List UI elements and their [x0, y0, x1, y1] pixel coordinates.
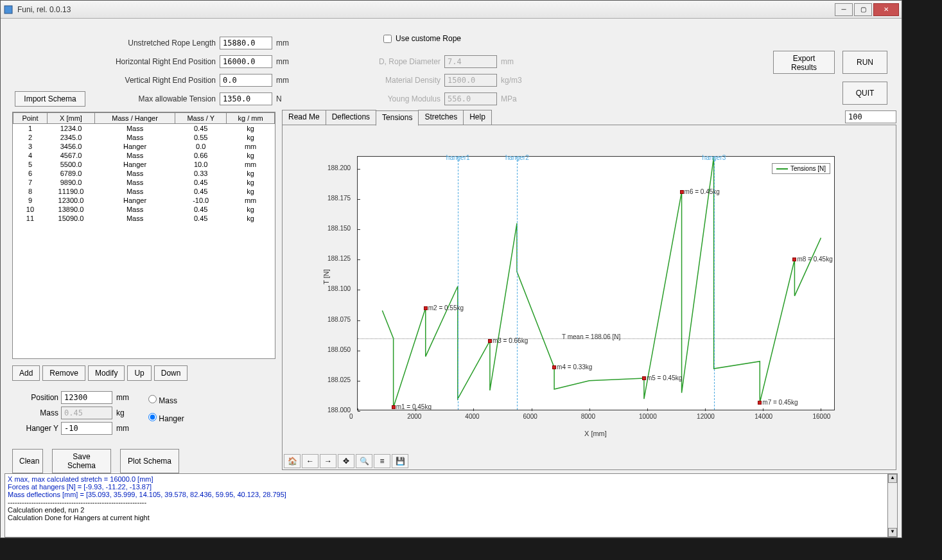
- table-row[interactable]: 912300.0Hanger-10.0mm: [13, 196, 275, 205]
- down-button[interactable]: Down: [154, 365, 188, 381]
- chart-panel: Tensions [N] T mean = 188.06 [N] hanger1…: [282, 125, 896, 470]
- position-input[interactable]: [61, 391, 112, 404]
- mass-label: m3 = 0.66kg: [493, 337, 528, 344]
- vert-input[interactable]: [220, 74, 272, 87]
- table-row[interactable]: 66789.0Mass0.33kg: [13, 169, 275, 178]
- minimize-button[interactable]: ─: [835, 3, 853, 16]
- save-schema-button[interactable]: Save Schema: [52, 449, 111, 473]
- x-tick-label: 10000: [639, 413, 657, 420]
- horiz-input[interactable]: [220, 55, 272, 68]
- table-header[interactable]: X [mm]: [47, 113, 94, 124]
- table-row[interactable]: 1013890.0Mass0.45kg: [13, 205, 275, 214]
- mass-marker: [552, 365, 556, 369]
- vert-label: Vertical Right End Position: [1, 76, 216, 85]
- hangery-unit: mm: [116, 424, 129, 433]
- mass-marker: [424, 306, 428, 310]
- hanger-radio[interactable]: [148, 413, 157, 421]
- diam-unit: mm: [501, 57, 514, 66]
- pan-icon[interactable]: ✥: [338, 454, 354, 468]
- clean-button[interactable]: Clean: [12, 449, 43, 473]
- home-icon[interactable]: 🏠: [284, 454, 301, 468]
- tab-deflections[interactable]: Deflections: [326, 110, 376, 125]
- quit-button[interactable]: QUIT: [842, 82, 887, 105]
- table-row[interactable]: 811190.0Mass0.45kg: [13, 187, 275, 196]
- unstretched-unit: mm: [276, 39, 289, 48]
- x-tick-label: 16000: [812, 413, 830, 420]
- x-axis-label: X [mm]: [584, 430, 607, 437]
- hanger-label: hanger3: [702, 154, 726, 161]
- mass-label: m5 = 0.45kg: [647, 374, 682, 381]
- tab-readme[interactable]: Read Me: [282, 110, 326, 125]
- y-tick-label: 188.150: [327, 225, 351, 232]
- titlebar: Funi, rel. 0.0.13 ─ ▢ ✕: [1, 1, 902, 19]
- mass-label: m8 = 0.45kg: [797, 256, 832, 263]
- plot-schema-button[interactable]: Plot Schema: [120, 449, 179, 473]
- hanger-vline: [458, 157, 458, 410]
- chart-toolbar: 🏠 ← → ✥ 🔍 ≡ 💾: [284, 454, 408, 468]
- y-tick-label: 188.200: [327, 164, 351, 171]
- tensions-chart: Tensions [N] T mean = 188.06 [N] hanger1…: [357, 156, 835, 410]
- up-button[interactable]: Up: [127, 365, 151, 381]
- table-header[interactable]: kg / mm: [227, 113, 275, 124]
- hangery-label: Hanger Y: [23, 424, 58, 433]
- x-tick-label: 6000: [523, 413, 537, 420]
- x-tick-label: 0: [349, 413, 353, 420]
- mass-label: m4 = 0.33kg: [557, 363, 592, 371]
- import-schema-button[interactable]: Import Schema: [15, 91, 85, 107]
- config-icon[interactable]: ≡: [374, 454, 390, 468]
- y-tick-label: 188.175: [327, 195, 351, 202]
- close-button[interactable]: ✕: [873, 3, 899, 16]
- diam-input: [444, 55, 497, 68]
- app-icon: [3, 4, 13, 15]
- tab-stretches[interactable]: Stretches: [418, 110, 464, 125]
- dpi-input[interactable]: [845, 110, 896, 123]
- run-button[interactable]: RUN: [842, 51, 887, 74]
- custom-rope-label: Use custome Rope: [396, 34, 461, 43]
- x-tick-label: 12000: [697, 413, 715, 420]
- log-output[interactable]: X max, max calculated stretch = 16000.0 …: [4, 473, 898, 538]
- save-icon[interactable]: 💾: [392, 454, 408, 468]
- table-header[interactable]: Mass / Y: [175, 113, 227, 124]
- table-row[interactable]: 55500.0Hanger10.0mm: [13, 160, 275, 169]
- export-results-button[interactable]: Export Results: [773, 51, 835, 74]
- table-header[interactable]: Mass / Hanger: [95, 113, 175, 124]
- maximize-button[interactable]: ▢: [854, 3, 872, 16]
- unstretched-input[interactable]: [220, 37, 272, 49]
- svg-rect-0: [4, 6, 12, 13]
- add-button[interactable]: Add: [12, 365, 40, 381]
- tab-tensions[interactable]: Tensions: [376, 110, 419, 126]
- mass-label: m6 = 0.45kg: [685, 188, 720, 195]
- table-header[interactable]: Point: [13, 113, 48, 124]
- custom-rope-checkbox[interactable]: [383, 35, 392, 43]
- scroll-down-icon[interactable]: ▼: [888, 528, 897, 537]
- table-row[interactable]: 33456.0Hanger0.0mm: [13, 142, 275, 151]
- window-title: Funi, rel. 0.0.13: [17, 5, 833, 14]
- points-table[interactable]: PointX [mm]Mass / HangerMass / Ykg / mm …: [12, 112, 275, 359]
- maxt-unit: N: [276, 94, 282, 103]
- table-row[interactable]: 22345.0Mass0.55kg: [13, 133, 275, 142]
- modify-button[interactable]: Modify: [88, 365, 125, 381]
- scroll-up-icon[interactable]: ▲: [888, 474, 897, 483]
- tab-help[interactable]: Help: [463, 110, 492, 125]
- mass-radio[interactable]: [148, 395, 157, 403]
- table-row[interactable]: 1115090.0Mass0.45kg: [13, 214, 275, 223]
- back-icon[interactable]: ←: [302, 454, 318, 468]
- maxt-input[interactable]: [220, 92, 272, 105]
- table-row[interactable]: 11234.0Mass0.45kg: [13, 124, 275, 134]
- zoom-icon[interactable]: 🔍: [356, 454, 372, 468]
- mass-label: Mass: [23, 408, 58, 417]
- mass-marker: [488, 339, 492, 343]
- hanger-vline: [517, 157, 518, 410]
- log-scrollbar[interactable]: ▲ ▼: [887, 473, 898, 538]
- table-row[interactable]: 44567.0Mass0.66kg: [13, 151, 275, 160]
- mass-input: [61, 407, 112, 419]
- y-tick-label: 188.025: [327, 376, 351, 383]
- dens-label: Material Density: [335, 76, 440, 85]
- table-row[interactable]: 79890.0Mass0.45kg: [13, 178, 275, 187]
- mass-label: m7 = 0.45kg: [762, 399, 798, 406]
- ym-input: [444, 92, 497, 105]
- diam-label: D, Rope Diameter: [335, 57, 440, 66]
- remove-button[interactable]: Remove: [42, 365, 85, 381]
- hangery-input[interactable]: [61, 422, 112, 435]
- forward-icon[interactable]: →: [320, 454, 336, 468]
